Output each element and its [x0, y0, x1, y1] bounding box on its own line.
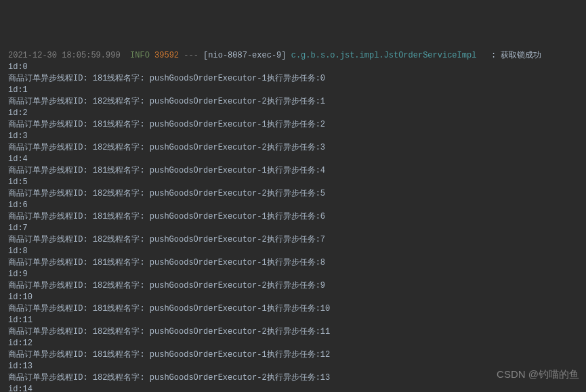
log-colon: : — [491, 51, 496, 60]
log-line: 商品订单异步线程ID: 182线程名字: pushGoodsOrderExecu… — [8, 142, 578, 154]
log-line: id:8 — [8, 246, 578, 257]
log-level: INFO — [130, 51, 150, 60]
log-classname: c.g.b.s.o.jst.impl.JstOrderServiceImpl — [291, 51, 477, 60]
log-line: 商品订单异步线程ID: 181线程名字: pushGoodsOrderExecu… — [8, 119, 578, 131]
log-line: 商品订单异步线程ID: 181线程名字: pushGoodsOrderExecu… — [8, 257, 578, 269]
log-line: 商品订单异步线程ID: 181线程名字: pushGoodsOrderExecu… — [8, 303, 578, 315]
log-message: 获取锁成功 — [501, 51, 541, 60]
log-thread: [nio-8087-exec-9] — [203, 51, 286, 60]
log-line: id:0 — [8, 62, 578, 73]
console-output: 2021-12-30 18:05:59.990 INFO 39592 --- [… — [8, 50, 578, 392]
log-separator: --- — [184, 51, 198, 60]
log-line: 商品订单异步线程ID: 181线程名字: pushGoodsOrderExecu… — [8, 73, 578, 85]
log-line: id:6 — [8, 200, 578, 211]
log-header-line: 2021-12-30 18:05:59.990 INFO 39592 --- [… — [8, 51, 541, 60]
log-line: id:1 — [8, 85, 578, 96]
log-line: id:10 — [8, 292, 578, 303]
log-line: 商品订单异步线程ID: 182线程名字: pushGoodsOrderExecu… — [8, 96, 578, 108]
log-pid: 39592 — [154, 51, 179, 60]
log-line: id:12 — [8, 338, 578, 349]
log-line: id:4 — [8, 154, 578, 165]
log-line: id:7 — [8, 223, 578, 234]
log-line: 商品订单异步线程ID: 182线程名字: pushGoodsOrderExecu… — [8, 280, 578, 292]
log-line: 商品订单异步线程ID: 182线程名字: pushGoodsOrderExecu… — [8, 188, 578, 200]
log-line: 商品订单异步线程ID: 182线程名字: pushGoodsOrderExecu… — [8, 326, 578, 338]
log-line: 商品订单异步线程ID: 182线程名字: pushGoodsOrderExecu… — [8, 234, 578, 246]
log-line: 商品订单异步线程ID: 181线程名字: pushGoodsOrderExecu… — [8, 349, 578, 361]
log-line: id:5 — [8, 177, 578, 188]
log-line: 商品订单异步线程ID: 182线程名字: pushGoodsOrderExecu… — [8, 372, 578, 384]
log-line: id:11 — [8, 315, 578, 326]
log-line: id:13 — [8, 361, 578, 372]
log-line: id:3 — [8, 131, 578, 142]
log-line: 商品订单异步线程ID: 181线程名字: pushGoodsOrderExecu… — [8, 211, 578, 223]
log-timestamp: 2021-12-30 18:05:59.990 — [8, 51, 121, 60]
log-line: id:14 — [8, 384, 578, 392]
log-line: 商品订单异步线程ID: 181线程名字: pushGoodsOrderExecu… — [8, 165, 578, 177]
log-line: id:2 — [8, 108, 578, 119]
log-line: id:9 — [8, 269, 578, 280]
